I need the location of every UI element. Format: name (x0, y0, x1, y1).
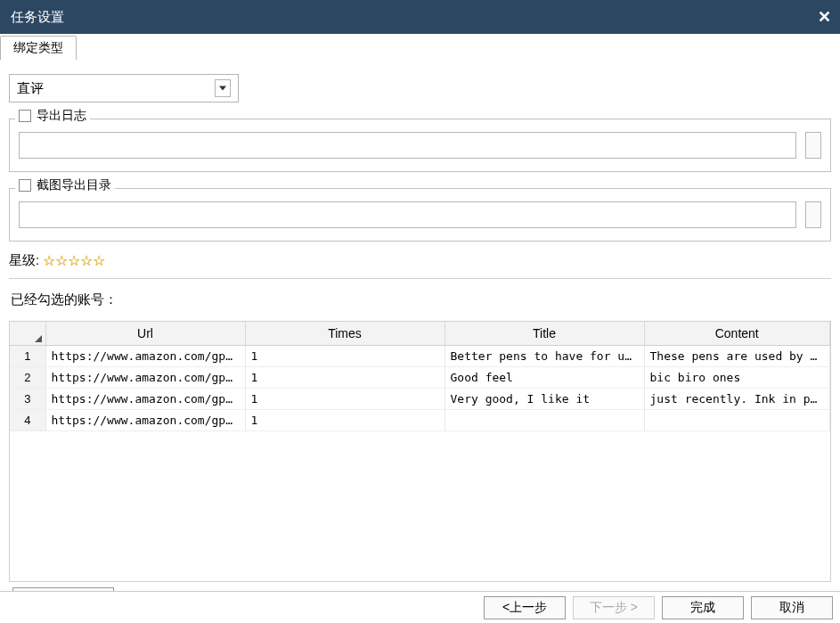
accounts-table: Url Times Title Content 1https://www.ama… (9, 321, 831, 582)
screenshot-dir-group: 截图导出目录 (9, 188, 831, 242)
cell-times[interactable]: 1 (245, 410, 444, 431)
next-button: 下一步 > (573, 596, 655, 619)
cell-content[interactable] (644, 410, 830, 431)
cell-url[interactable]: https://www.amazon.com/gp/... (45, 389, 245, 410)
row-number: 4 (10, 410, 45, 431)
cell-content[interactable]: just recently. Ink in pens... (644, 389, 830, 410)
cell-times[interactable]: 1 (245, 367, 444, 389)
cell-content[interactable]: These pens are used by doc... (644, 346, 830, 367)
star-icon[interactable]: ☆ (93, 252, 105, 269)
col-content[interactable]: Content (644, 322, 830, 346)
cell-title[interactable] (444, 410, 644, 431)
cell-times[interactable]: 1 (245, 389, 444, 410)
title-bar: 任务设置 ✕ (0, 0, 840, 34)
table-row[interactable]: 3https://www.amazon.com/gp/...1Very good… (10, 389, 830, 410)
row-corner[interactable] (10, 322, 45, 346)
prev-button[interactable]: <上一步 (484, 596, 566, 619)
chevron-down-icon[interactable] (215, 79, 231, 97)
row-number: 2 (10, 367, 45, 389)
export-log-group: 导出日志 (9, 119, 831, 172)
cell-url[interactable]: https://www.amazon.com/gp/... (45, 410, 245, 431)
binding-type-dropdown[interactable]: 直评 (9, 74, 239, 102)
cell-title[interactable]: Very good, I like it (444, 389, 644, 410)
export-log-path-input[interactable] (19, 132, 796, 159)
screenshot-dir-browse-button[interactable] (805, 201, 821, 228)
footer: <上一步 下一步 > 完成 取消 (0, 591, 840, 623)
star-label: 星级: (9, 252, 39, 269)
star-rating[interactable]: ☆ ☆ ☆ ☆ ☆ (43, 252, 105, 269)
col-url[interactable]: Url (45, 322, 245, 346)
window-title: 任务设置 (11, 9, 64, 26)
star-icon[interactable]: ☆ (43, 252, 55, 269)
cell-title[interactable]: Good feel (444, 367, 644, 389)
cell-title[interactable]: Better pens to have for use (444, 346, 644, 367)
table-header-row: Url Times Title Content (10, 322, 830, 346)
cell-url[interactable]: https://www.amazon.com/gp/... (45, 367, 245, 389)
screenshot-dir-path-input[interactable] (19, 201, 796, 228)
star-icon[interactable]: ☆ (55, 252, 68, 269)
divider (9, 278, 831, 279)
screenshot-dir-checkbox[interactable] (19, 179, 31, 192)
export-log-checkbox[interactable] (19, 110, 31, 122)
star-icon[interactable]: ☆ (68, 252, 80, 269)
cell-url[interactable]: https://www.amazon.com/gp/... (45, 346, 245, 367)
star-icon[interactable]: ☆ (80, 252, 93, 269)
cell-times[interactable]: 1 (245, 346, 444, 367)
cancel-button[interactable]: 取消 (751, 596, 833, 619)
table-row[interactable]: 1https://www.amazon.com/gp/...1 Better p… (10, 346, 830, 367)
close-icon[interactable]: ✕ (818, 7, 831, 27)
cell-content[interactable]: bic biro ones (644, 367, 830, 389)
tab-bar: 绑定类型 (0, 36, 840, 60)
tab-binding-type[interactable]: 绑定类型 (0, 36, 77, 60)
dropdown-value: 直评 (17, 80, 215, 97)
row-number: 1 (10, 346, 45, 367)
export-log-label: 导出日志 (37, 108, 86, 124)
selected-accounts-label: 已经勾选的账号： (9, 291, 831, 308)
table-row[interactable]: 2https://www.amazon.com/gp/...1Good feel… (10, 367, 830, 389)
col-title[interactable]: Title (444, 322, 644, 346)
table-row[interactable]: 4https://www.amazon.com/gp/...1 (10, 410, 830, 431)
finish-button[interactable]: 完成 (662, 596, 744, 619)
row-number: 3 (10, 389, 45, 410)
export-log-browse-button[interactable] (805, 132, 821, 159)
screenshot-dir-label: 截图导出目录 (37, 177, 111, 193)
col-times[interactable]: Times (245, 322, 444, 346)
